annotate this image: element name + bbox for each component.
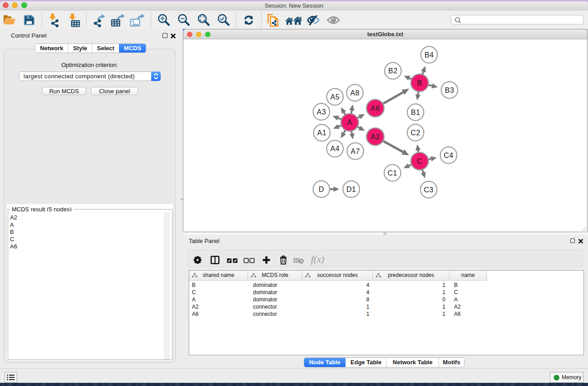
svg-text:A7: A7 (351, 148, 360, 155)
svg-text:A1: A1 (317, 129, 326, 137)
svg-text:D1: D1 (346, 186, 356, 193)
svg-text:C: C (417, 157, 422, 165)
svg-text:C3: C3 (424, 186, 433, 194)
svg-text:D: D (319, 186, 324, 193)
svg-text:C2: C2 (411, 129, 420, 137)
svg-text:B3: B3 (445, 86, 454, 94)
svg-text:A2: A2 (371, 133, 380, 141)
svg-text:A5: A5 (330, 93, 339, 101)
svg-text:A: A (347, 119, 352, 126)
svg-text:A6: A6 (371, 105, 380, 112)
svg-text:A3: A3 (317, 108, 326, 116)
svg-text:B2: B2 (388, 67, 397, 75)
svg-text:B1: B1 (411, 109, 420, 116)
svg-text:B: B (417, 79, 422, 87)
svg-text:B4: B4 (425, 51, 434, 59)
svg-text:A8: A8 (350, 89, 359, 97)
svg-text:C1: C1 (387, 169, 397, 177)
svg-text:A4: A4 (330, 145, 339, 152)
svg-text:C4: C4 (444, 152, 453, 159)
